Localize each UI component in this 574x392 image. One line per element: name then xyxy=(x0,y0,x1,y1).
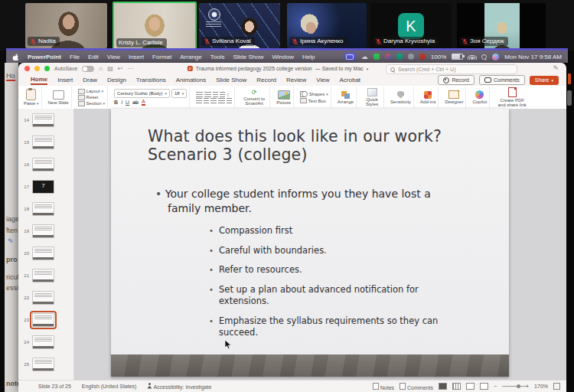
italic-button[interactable]: I xyxy=(121,100,122,105)
search-input[interactable]: Search (Cmd + Ctrl + U) xyxy=(386,64,517,74)
menu-app-name[interactable]: PowerPoint xyxy=(28,54,61,60)
share-button[interactable]: Share ▾ xyxy=(530,76,559,85)
bold-button[interactable]: B xyxy=(114,100,118,105)
save-icon[interactable]: ▤ xyxy=(107,65,113,72)
screen-sharing-icon[interactable] xyxy=(344,53,356,60)
participant-video-iryna[interactable]: Ірина Акуленко xyxy=(287,3,367,48)
zoom-in-button[interactable]: + xyxy=(526,384,529,389)
indent-increase-button[interactable] xyxy=(220,92,225,97)
paste-group[interactable]: Paste ▾ xyxy=(21,87,42,108)
underline-button[interactable]: U xyxy=(126,100,129,105)
tab-animations[interactable]: Animations xyxy=(176,77,207,83)
slide-canvas[interactable]: What does this look like in our work? Sc… xyxy=(111,109,509,377)
app-status-icon[interactable] xyxy=(373,54,380,60)
menu-file[interactable]: File xyxy=(70,54,80,60)
zoom-window-button[interactable] xyxy=(44,66,50,71)
thumbnail-slide-23-selected[interactable]: 23 xyxy=(18,312,73,328)
menu-insert[interactable]: Insert xyxy=(129,54,144,60)
copilot-button[interactable]: Copilot xyxy=(470,87,490,108)
wifi-icon[interactable] xyxy=(468,54,476,60)
app-status-icon[interactable] xyxy=(385,54,391,60)
zoom-slider[interactable] xyxy=(502,386,528,387)
menu-slide-show[interactable]: Slide Show xyxy=(233,54,263,60)
menu-format[interactable]: Format xyxy=(152,54,171,60)
text-box-button[interactable]: Text Box xyxy=(300,98,326,103)
cloud-sync-icon[interactable]: ☁ xyxy=(361,54,368,60)
bullets-button[interactable] xyxy=(196,92,203,97)
autosave-toggle[interactable] xyxy=(82,66,94,72)
menu-view[interactable]: View xyxy=(107,54,120,60)
slide-bullet-1[interactable]: • Your college student informs you they … xyxy=(155,187,461,216)
align-left-button[interactable] xyxy=(196,98,202,103)
tab-acrobat[interactable]: Acrobat xyxy=(340,77,361,83)
align-right-button[interactable] xyxy=(210,98,217,103)
thumbnail-slide-20[interactable]: 20 xyxy=(18,245,73,262)
menu-arrange[interactable]: Arrange xyxy=(180,54,201,60)
sensitivity-button[interactable]: Sensitivity xyxy=(388,87,414,108)
minimize-window-button[interactable] xyxy=(34,66,40,71)
thumbnail-slide-17[interactable]: 177 xyxy=(18,178,73,195)
accessibility-status[interactable]: Accessibility: Investigate xyxy=(147,383,211,390)
shapes-button[interactable]: Shapes▾ xyxy=(300,91,328,97)
thumbnail-slide-14[interactable]: 14 xyxy=(18,112,73,129)
close-window-button[interactable] xyxy=(24,66,30,71)
normal-view-button[interactable] xyxy=(439,383,447,390)
spotlight-search-icon[interactable] xyxy=(481,54,487,60)
section-button[interactable]: Section▾ xyxy=(78,101,106,106)
slide-title[interactable]: What does this look like in our work? Sc… xyxy=(148,127,494,164)
new-slide-button[interactable]: New Slide xyxy=(46,87,72,108)
zoom-slider-knob[interactable] xyxy=(517,384,520,388)
siri-icon[interactable] xyxy=(492,54,499,60)
layout-button[interactable]: Layout▾ xyxy=(78,89,104,94)
thumbnail-slide-24[interactable]: 24 xyxy=(18,334,73,351)
reset-button[interactable]: Reset xyxy=(78,95,99,100)
create-pdf-button[interactable]: Create PDF and share link xyxy=(494,87,530,108)
participant-video-nadiia[interactable]: Nadiia xyxy=(25,3,107,48)
app-status-icon[interactable] xyxy=(408,54,414,60)
tab-slide-show[interactable]: Slide Show xyxy=(216,77,246,83)
chevron-down-icon[interactable]: ▾ xyxy=(367,67,369,71)
tab-design[interactable]: Design xyxy=(107,77,126,83)
convert-smartart-button[interactable]: ⟳ Convert to SmartArt xyxy=(239,87,270,108)
quick-styles-button[interactable]: Quick Styles xyxy=(360,87,384,108)
undo-icon[interactable]: ↩ xyxy=(118,65,123,72)
indent-decrease-button[interactable] xyxy=(213,92,218,97)
saved-status[interactable]: — Saved to my Mac xyxy=(315,66,364,71)
menu-window[interactable]: Window xyxy=(272,54,293,60)
menu-help[interactable]: Help xyxy=(302,54,315,60)
thumbnail-slide-18[interactable]: 18 xyxy=(18,201,73,217)
tab-transitions[interactable]: Transitions xyxy=(136,77,166,83)
tab-draw[interactable]: Draw xyxy=(83,77,97,83)
recording-status-icon[interactable] xyxy=(419,54,426,60)
thumbnail-slide-16[interactable]: 16 xyxy=(18,156,73,173)
tab-review[interactable]: Review xyxy=(286,77,306,83)
participant-video-svitlana[interactable]: Svitlana Koval xyxy=(199,3,280,48)
columns-button[interactable] xyxy=(227,98,232,103)
apple-menu-icon[interactable] xyxy=(12,53,19,60)
participant-video-kristy[interactable]: Kristy L. Carlisle xyxy=(113,2,197,51)
tab-home[interactable]: Home xyxy=(31,76,47,85)
thumbnail-slide-19[interactable]: 19 xyxy=(18,223,73,240)
slideshow-view-button[interactable] xyxy=(480,383,488,390)
thumbnail-slide-15[interactable]: 15 xyxy=(18,134,73,151)
designer-button[interactable]: Designer xyxy=(442,87,466,108)
align-center-button[interactable] xyxy=(204,98,209,103)
language-indicator[interactable]: English (United States) xyxy=(82,384,137,389)
slide-sub-bullets[interactable]: Compassion first Careful with boundaries… xyxy=(209,225,461,347)
tab-record[interactable]: Record xyxy=(256,77,276,83)
menu-tools[interactable]: Tools xyxy=(210,54,225,60)
numbering-button[interactable] xyxy=(204,92,211,97)
tab-view[interactable]: View xyxy=(316,77,329,83)
comments-toggle[interactable]: Comments xyxy=(400,383,433,390)
app-status-icon[interactable] xyxy=(396,54,403,60)
thumbnail-slide-21[interactable]: 21 xyxy=(18,267,73,284)
fit-to-window-button[interactable] xyxy=(553,383,560,390)
zoom-out-button[interactable]: − xyxy=(494,384,497,389)
strikethrough-button[interactable]: ab xyxy=(132,100,139,105)
justify-button[interactable] xyxy=(218,98,225,103)
thumbnail-slide-22[interactable]: 22 xyxy=(18,289,73,306)
zoom-level[interactable]: 170% xyxy=(534,384,548,389)
font-color-button[interactable]: A xyxy=(142,99,145,106)
slide-position[interactable]: Slide 23 of 25 xyxy=(38,384,71,389)
record-button[interactable]: Record xyxy=(438,75,475,85)
